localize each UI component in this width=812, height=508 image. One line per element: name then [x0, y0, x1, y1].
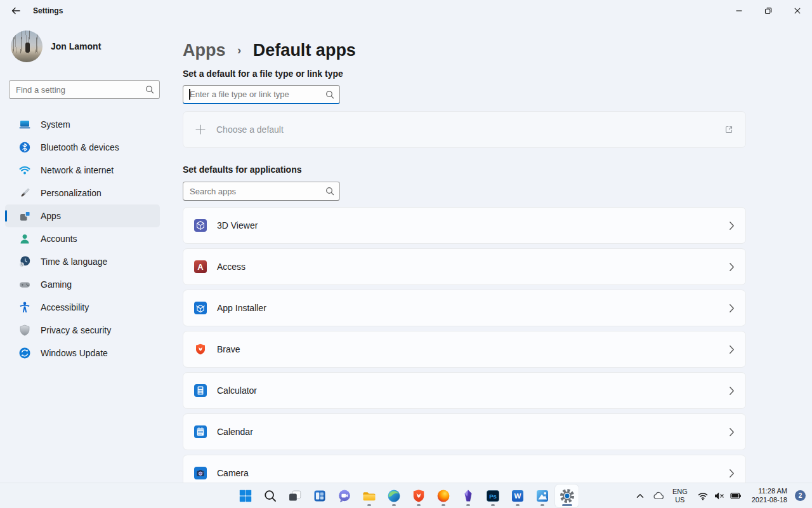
tray-overflow-button[interactable]	[631, 486, 649, 506]
running-indicator	[466, 504, 470, 506]
sidebar-item-accounts[interactable]: Accounts	[5, 227, 160, 250]
svg-text:Ps: Ps	[489, 492, 497, 499]
sidebar-item-personalization[interactable]: Personalization	[5, 182, 160, 204]
tray-date: 2021-08-18	[752, 496, 787, 505]
photoshop-icon: Ps	[485, 488, 501, 504]
breadcrumb-separator: ›	[237, 43, 241, 57]
sidebar-item-label: Apps	[41, 211, 61, 221]
find-a-setting-box	[9, 80, 160, 99]
chevron-right-icon	[729, 262, 735, 272]
file-type-search-box	[183, 85, 340, 104]
restore-icon	[764, 7, 772, 15]
accessibility-person-icon	[18, 301, 31, 314]
update-arrows-icon	[18, 347, 31, 359]
sidebar-item-time-language[interactable]: Time & language	[5, 250, 160, 273]
breadcrumb: Apps › Default apps	[183, 39, 746, 61]
app-row-camera[interactable]: Camera	[183, 455, 746, 483]
sidebar-item-system[interactable]: System	[5, 113, 160, 136]
sidebar-item-label: System	[41, 119, 70, 130]
sidebar-item-privacy-security[interactable]: Privacy & security	[5, 319, 160, 342]
minimize-icon	[735, 7, 743, 15]
apps-icon	[18, 210, 31, 222]
sidebar-item-bluetooth-devices[interactable]: Bluetooth & devices	[5, 136, 160, 159]
photoshop-button[interactable]: Ps	[481, 485, 504, 507]
file-type-section-heading: Set a default for a file type or link ty…	[183, 69, 746, 79]
notification-count-badge[interactable]: 2	[795, 490, 806, 501]
widgets-icon	[312, 488, 327, 504]
app-row-app-installer[interactable]: App Installer	[183, 290, 746, 326]
widgets-button[interactable]	[308, 485, 331, 507]
brave-button[interactable]	[407, 485, 430, 507]
default-apps-list: 3D Viewer A Access App Installer	[183, 207, 746, 483]
back-arrow-icon	[11, 6, 21, 16]
window-controls	[724, 0, 812, 22]
running-indicator	[367, 504, 371, 506]
sidebar-item-network-internet[interactable]: Network & internet	[5, 159, 160, 182]
main-content: Apps › Default apps Set a default for a …	[183, 22, 746, 483]
settings-button-active[interactable]	[555, 485, 579, 507]
sidebar-nav: System Bluetooth & devices Network & int…	[0, 113, 173, 364]
search-apps-input[interactable]	[183, 182, 340, 201]
user-profile[interactable]: Jon Lamont	[0, 22, 173, 62]
sidebar-item-label: Accessibility	[41, 302, 89, 312]
task-view-button[interactable]	[283, 485, 306, 507]
close-icon	[794, 7, 801, 15]
close-button[interactable]	[783, 0, 812, 22]
sidebar-item-gaming[interactable]: Gaming	[5, 273, 160, 296]
avatar	[11, 30, 43, 62]
clock-date-button[interactable]: 11:28 AM 2021-08-18	[747, 486, 792, 506]
taskbar-center: Ps W	[233, 483, 579, 508]
chat-button[interactable]	[332, 485, 356, 507]
active-window-indicator	[562, 504, 572, 506]
quick-settings-button[interactable]	[692, 486, 747, 506]
running-indicator	[491, 504, 495, 506]
taskbar-search-button[interactable]	[258, 485, 282, 507]
firefox-browser-icon	[436, 488, 451, 504]
firefox-button[interactable]	[431, 485, 455, 507]
system-tray: ENG US 11:28 AM 2021-08-18 2	[631, 483, 812, 508]
choose-default-label: Choose a default	[216, 124, 284, 135]
restore-button[interactable]	[754, 0, 783, 22]
purple-gem-app-button[interactable]	[456, 485, 480, 507]
sidebar-item-apps[interactable]: Apps	[5, 204, 160, 227]
app-row-calculator[interactable]: Calculator	[183, 372, 746, 409]
photos-button[interactable]	[530, 485, 554, 507]
calendar-icon	[194, 425, 207, 438]
chevron-right-icon	[729, 386, 735, 396]
back-button[interactable]	[5, 1, 27, 20]
running-indicator	[516, 504, 520, 506]
language-switcher[interactable]: ENG US	[668, 486, 692, 506]
wifi-icon	[18, 164, 31, 177]
app-row-access[interactable]: A Access	[183, 248, 746, 285]
edge-button[interactable]	[382, 485, 405, 507]
file-type-input[interactable]	[183, 85, 340, 104]
sidebar-item-windows-update[interactable]: Windows Update	[5, 342, 160, 364]
sidebar-item-label: Windows Update	[41, 348, 108, 358]
shield-icon	[18, 324, 31, 337]
app-row-brave[interactable]: Brave	[183, 331, 746, 368]
word-button[interactable]: W	[506, 485, 529, 507]
choose-default-card[interactable]: Choose a default	[183, 111, 746, 148]
onedrive-button[interactable]	[649, 486, 668, 506]
gamepad-icon	[18, 278, 31, 291]
folder-icon	[362, 488, 377, 504]
start-button[interactable]	[233, 485, 257, 507]
app-installer-icon	[194, 302, 207, 314]
tray-time: 11:28 AM	[758, 487, 787, 496]
minimize-button[interactable]	[724, 0, 754, 22]
chevron-right-icon	[729, 469, 735, 478]
file-explorer-button[interactable]	[357, 485, 381, 507]
app-row-3d-viewer[interactable]: 3D Viewer	[183, 207, 746, 244]
app-name: App Installer	[217, 303, 266, 313]
bluetooth-icon	[18, 141, 31, 154]
running-indicator	[417, 504, 421, 506]
brave-icon	[194, 343, 207, 356]
user-name: Jon Lamont	[51, 41, 101, 51]
chevron-right-icon	[729, 221, 735, 231]
sidebar-item-accessibility[interactable]: Accessibility	[5, 296, 160, 319]
find-a-setting-input[interactable]	[9, 80, 160, 99]
breadcrumb-apps-link[interactable]: Apps	[183, 41, 226, 60]
titlebar: Settings	[0, 0, 812, 22]
running-indicator	[442, 504, 445, 506]
app-row-calendar[interactable]: Calendar	[183, 413, 746, 450]
